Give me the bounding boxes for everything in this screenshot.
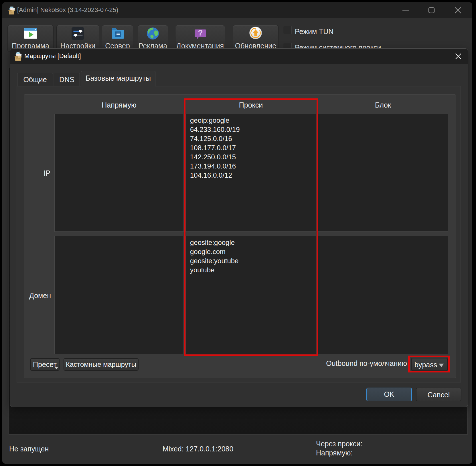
svg-text:?: ? <box>198 28 203 37</box>
